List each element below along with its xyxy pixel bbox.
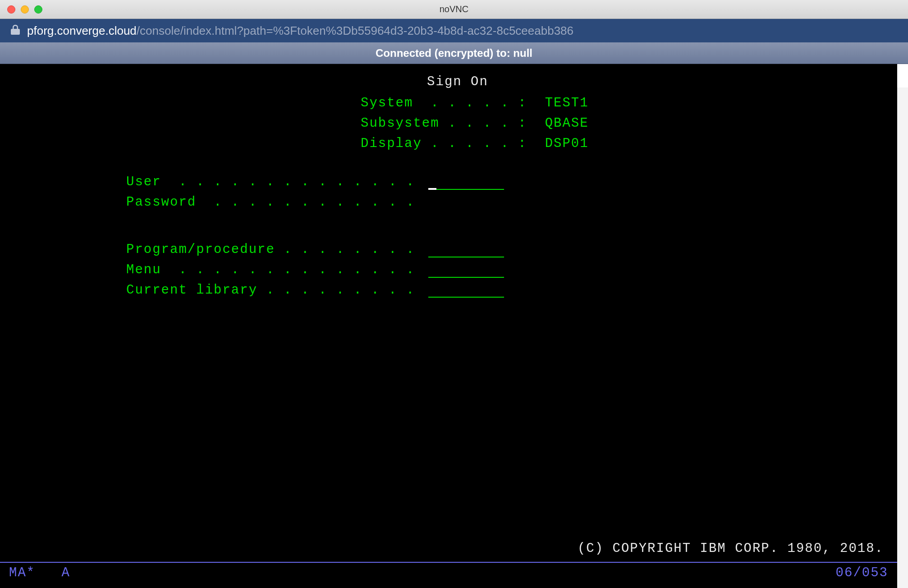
field-row-user: User . . . . . . . . . . . . . . (126, 172, 888, 193)
credential-fields: User . . . . . . . . . . . . . . Passwor… (9, 172, 888, 213)
sysinfo-value: TEST1 (545, 93, 589, 114)
sysinfo-row-subsystem: Subsystem . . . . : QBASE (9, 114, 888, 134)
minimize-window-button[interactable] (21, 5, 29, 14)
vnc-status-text: Connected (encrypted) to: null (376, 47, 532, 60)
sysinfo-row-system: System . . . . . : TEST1 (9, 93, 888, 114)
window-titlebar: noVNC (0, 0, 908, 19)
address-bar[interactable]: pforg.converge.cloud/console/index.html?… (0, 19, 908, 42)
scrollbar[interactable] (897, 87, 908, 588)
field-label: Current library . . . . . . . . . (126, 280, 415, 301)
terminal-emulator[interactable]: Sign On System . . . . . : TEST1 Subsyst… (0, 64, 897, 588)
lock-icon (11, 24, 20, 37)
field-label: Menu . . . . . . . . . . . . . . (126, 260, 415, 280)
sysinfo-row-display: Display . . . . . : DSP01 (9, 134, 888, 154)
window-title: noVNC (7, 4, 901, 14)
field-row-password: Password . . . . . . . . . . . . (126, 193, 888, 213)
status-right: 06/053 (836, 563, 888, 583)
browser-window: noVNC pforg.converge.cloud/console/index… (0, 0, 908, 588)
url-host: pforg.converge.cloud (27, 24, 137, 37)
field-label: Program/procedure . . . . . . . . (126, 240, 415, 260)
program-input[interactable] (428, 244, 504, 257)
system-info-block: System . . . . . : TEST1 Subsystem . . .… (9, 93, 888, 154)
copyright-text: (C) COPYRIGHT IBM CORP. 1980, 2018. (578, 539, 884, 559)
optional-fields: Program/procedure . . . . . . . . Menu .… (9, 240, 888, 301)
field-row-library: Current library . . . . . . . . . (126, 280, 888, 301)
password-input[interactable] (428, 199, 504, 213)
field-label: Password . . . . . . . . . . . . (126, 193, 415, 213)
menu-input[interactable] (428, 264, 504, 278)
status-divider (0, 562, 897, 563)
field-label: User . . . . . . . . . . . . . . (126, 172, 415, 193)
sysinfo-label: Display . . . . . : (361, 134, 527, 154)
sysinfo-label: System . . . . . : (361, 93, 527, 114)
terminal-status-line: MA* A 06/053 (9, 563, 888, 583)
sysinfo-value: QBASE (545, 114, 589, 134)
field-row-menu: Menu . . . . . . . . . . . . . . (126, 260, 888, 280)
terminal-title: Sign On (27, 72, 888, 92)
url-path: /console/index.html?path=%3Ftoken%3Db559… (137, 24, 573, 37)
vnc-status-bar: Connected (encrypted) to: null (0, 42, 908, 64)
sysinfo-value: DSP01 (545, 134, 589, 154)
status-left: MA* A (9, 563, 70, 583)
sysinfo-label: Subsystem . . . . : (361, 114, 527, 134)
close-window-button[interactable] (7, 5, 15, 14)
url-display: pforg.converge.cloud/console/index.html?… (27, 24, 573, 38)
library-input[interactable] (428, 284, 504, 298)
terminal-screen: Sign On System . . . . . : TEST1 Subsyst… (0, 64, 897, 588)
content-area: Connected (encrypted) to: null Sign On S… (0, 42, 908, 588)
field-row-program: Program/procedure . . . . . . . . (126, 240, 888, 260)
traffic-lights (7, 5, 42, 14)
maximize-window-button[interactable] (34, 5, 42, 14)
user-input[interactable] (428, 176, 504, 190)
